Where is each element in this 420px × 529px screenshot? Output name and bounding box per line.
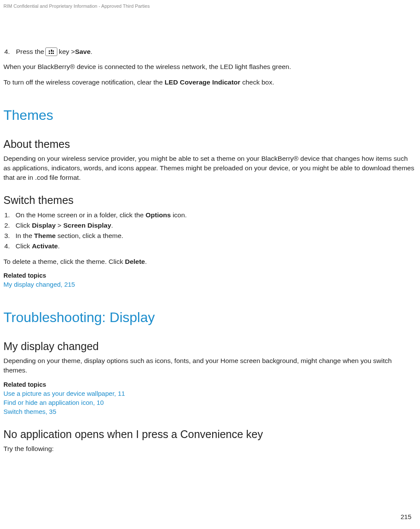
text-fragment: check box. [240, 78, 274, 86]
text-fragment: Click [16, 242, 32, 250]
related-topics-label: Related topics [3, 381, 415, 388]
step-number: 2. [4, 220, 16, 231]
related-link[interactable]: Switch themes, 35 [3, 407, 415, 416]
text-fragment: icon. [171, 211, 187, 219]
heading-switch-themes: Switch themes [3, 194, 415, 207]
text-fragment: In the [16, 232, 34, 239]
step-text: Click Activate. [16, 241, 60, 251]
heading-my-display-changed: My display changed [3, 340, 415, 353]
text-fragment: . [58, 242, 60, 250]
text-fragment: section, click a theme. [56, 232, 123, 239]
text-fragment: To delete a theme, click the theme. Clic… [3, 258, 125, 265]
paragraph: Try the following: [3, 444, 415, 454]
text-fragment: . [91, 48, 92, 56]
step-text: On the Home screen or in a folder, click… [16, 210, 187, 220]
step-content: Press the key > Save . [16, 47, 92, 56]
text-fragment: . [145, 258, 147, 265]
step-number: 3. [4, 231, 16, 241]
step-4-row: 4. Press the key > Save . [3, 47, 415, 56]
text-bold: LED Coverage Indicator [165, 78, 241, 86]
text-bold: Screen Display [63, 222, 111, 229]
step-number: 1. [4, 210, 16, 220]
text-bold: Delete [125, 258, 145, 265]
text-bold: Display [32, 222, 56, 229]
confidential-header: RIM Confidential and Proprietary Informa… [3, 3, 415, 9]
text-fragment: To turn off the wireless coverage notifi… [3, 78, 165, 86]
list-item: 3. In the Theme section, click a theme. [3, 231, 415, 241]
step-text: Click Display > Screen Display. [16, 220, 113, 231]
text-fragment: On the Home screen or in a folder, click… [16, 211, 146, 219]
list-item: 4. Click Activate. [3, 241, 415, 251]
page-number: 215 [401, 513, 411, 520]
paragraph: Depending on your wireless service provi… [3, 154, 415, 182]
text-fragment: Press the [16, 48, 44, 56]
text-fragment: > [56, 222, 63, 229]
blackberry-key-icon [45, 47, 57, 56]
text-bold: Save [75, 48, 91, 56]
step-number: 4. [4, 48, 10, 56]
step-text: In the Theme section, click a theme. [16, 231, 123, 241]
heading-themes: Themes [3, 107, 415, 123]
text-bold: Options [146, 211, 171, 219]
paragraph: To delete a theme, click the theme. Clic… [3, 257, 415, 266]
text-bold: Theme [34, 232, 56, 239]
related-link[interactable]: Find or hide an application icon, 10 [3, 398, 415, 407]
list-item: 1. On the Home screen or in a folder, cl… [3, 210, 415, 220]
heading-about-themes: About themes [3, 138, 415, 150]
paragraph: To turn off the wireless coverage notifi… [3, 78, 415, 87]
text-fragment: Click [16, 222, 32, 229]
paragraph: Depending on your theme, display options… [3, 356, 415, 375]
related-link[interactable]: My display changed, 215 [3, 280, 415, 289]
text-fragment: key > [59, 48, 75, 56]
text-fragment: . [111, 222, 113, 229]
heading-troubleshooting: Troubleshooting: Display [3, 310, 415, 326]
paragraph: When your BlackBerry® device is connecte… [3, 62, 415, 72]
heading-convenience-key: No application opens when I press a Conv… [3, 428, 415, 441]
switch-themes-steps: 1. On the Home screen or in a folder, cl… [3, 210, 415, 251]
list-item: 2. Click Display > Screen Display. [3, 220, 415, 231]
related-link[interactable]: Use a picture as your device wallpaper, … [3, 389, 415, 398]
related-topics-label: Related topics [3, 272, 415, 279]
step-number: 4. [4, 241, 16, 251]
text-bold: Activate [32, 242, 58, 250]
